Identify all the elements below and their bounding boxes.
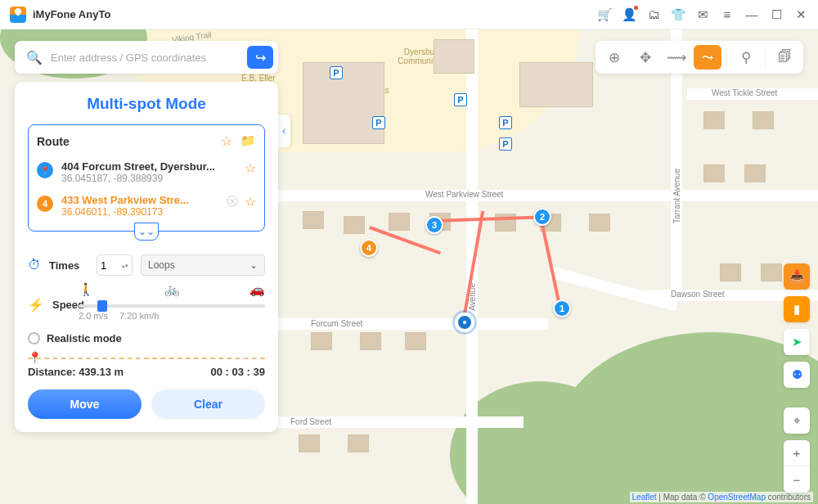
clear-button[interactable]: Clear [151, 389, 265, 419]
toggle-button[interactable]: ⚉ [784, 362, 810, 388]
search-icon: 🔍 [26, 50, 43, 65]
move-button[interactable]: Move [28, 389, 142, 419]
twospot-mode-button[interactable]: ⟿ [663, 45, 690, 70]
zoom-out-button[interactable]: − [784, 466, 810, 493]
speed-ms: 2.0 m/s [79, 311, 108, 321]
maximize-icon[interactable]: ☐ [769, 7, 784, 22]
titlebar: iMyFone AnyTo 🛒 👤 🗂 👕 ✉ ≡ — ☐ ✕ [0, 0, 818, 29]
street-dawson: Dawson Street [671, 290, 725, 299]
cart-icon[interactable]: 🛒 [597, 7, 612, 22]
search-input[interactable] [51, 52, 247, 64]
star-icon[interactable]: ☆ [245, 194, 256, 209]
titlebar-left: iMyFone AnyTo [10, 7, 110, 23]
speed-kmh: 7.20 km/h [119, 311, 159, 321]
car-icon[interactable]: 🚗 [249, 282, 265, 297]
menu-icon[interactable]: ≡ [720, 7, 735, 22]
app-logo [10, 7, 26, 23]
parking-icon: P [330, 66, 343, 79]
expand-route-button[interactable]: ⌄⌄ [134, 223, 159, 241]
search-go-button[interactable]: ↪ [247, 46, 273, 69]
route-coords: 36.045187, -89.388939 [61, 173, 236, 184]
favorites-button[interactable]: ▮ [784, 296, 810, 322]
mail-icon[interactable]: ✉ [695, 7, 710, 22]
realistic-label: Realistic mode [47, 332, 122, 344]
map-attribution: Leaflet | Map data © OpenStreetMap contr… [630, 492, 813, 502]
loops-select[interactable]: Loops⌄ [141, 254, 265, 276]
right-toolbar: 📥 ▮ ➤ ⚉ ⌖ + − [784, 263, 810, 493]
street-forcum: Forcum Street [311, 319, 362, 328]
zoom-controls: + − [784, 440, 810, 493]
titlebar-right: 🛒 👤 🗂 👕 ✉ ≡ — ☐ ✕ [597, 7, 808, 22]
briefcase-icon[interactable]: 🗂 [646, 7, 661, 22]
street-tarrant: Tarrant Avenue [672, 169, 681, 223]
mode-toolbar: ⊕ ✥ ⟿ ⤳ ⚲ 🗐 [596, 41, 803, 74]
route-address: 404 Forcum Street, Dyersbur... [61, 160, 236, 173]
locate-button[interactable]: ⌖ [784, 407, 810, 434]
route-marker-3[interactable]: 3 [425, 216, 443, 234]
route-marker-1[interactable]: 1 [553, 299, 571, 317]
minimize-icon[interactable]: — [744, 7, 759, 22]
speed-icon: ⚡ [28, 297, 44, 313]
walk-icon[interactable]: 🚶 [79, 282, 94, 297]
start-pin-icon: 📍 [37, 162, 53, 178]
timer-icon: ⏱ [28, 258, 41, 272]
parking-icon: P [499, 116, 512, 129]
current-position [455, 313, 474, 332]
route-marker-4[interactable]: 4 [360, 239, 378, 257]
street-tickle: West Tickle Street [712, 88, 777, 97]
dash-line [28, 358, 265, 359]
shirt-icon[interactable]: 👕 [671, 7, 685, 22]
remove-stop-icon[interactable]: ⓧ [227, 195, 238, 209]
route-box: Route ☆ 📁 📍 404 Forcum Street, Dyersbur.… [28, 124, 265, 232]
route-address: 433 West Parkview Stre... [61, 194, 218, 206]
jump-mode-button[interactable]: ⚲ [732, 45, 760, 70]
street-parkview: West Parkview Street [425, 190, 503, 199]
speed-thumb[interactable] [97, 300, 107, 312]
zoom-in-button[interactable]: + [784, 440, 810, 466]
favorite-icon[interactable]: ☆ [221, 133, 232, 149]
collapse-panel-button[interactable]: ‹ [277, 115, 290, 147]
route-marker-2[interactable]: 2 [533, 208, 551, 226]
leaflet-link[interactable]: Leaflet [632, 493, 657, 502]
panel-title: Multi-spot Mode [28, 95, 265, 113]
app-title: iMyFone AnyTo [33, 8, 110, 20]
speed-mode-icons: 🚶 🚲 🚗 [79, 282, 265, 297]
multispot-mode-button[interactable]: ⤳ [694, 45, 721, 70]
parking-icon: P [499, 137, 512, 151]
history-button[interactable]: 📥 [784, 263, 810, 290]
speed-slider[interactable] [79, 304, 265, 308]
street-ford: Ford Street [290, 417, 331, 426]
teleport-mode-button[interactable]: ⊕ [600, 45, 628, 70]
save-route-icon[interactable]: 📁 [240, 133, 256, 149]
osm-link[interactable]: OpenStreetMap [708, 493, 766, 502]
send-button[interactable]: ➤ [784, 329, 810, 355]
parking-icon: P [454, 93, 467, 106]
pin-icon: 📍 [28, 351, 42, 364]
parking-icon: P [372, 116, 385, 129]
route-item[interactable]: 📍 404 Forcum Street, Dyersbur... 36.0451… [37, 155, 256, 189]
user-icon[interactable]: 👤 [622, 7, 636, 22]
times-label: Times [49, 259, 88, 272]
route-item[interactable]: 4 433 West Parkview Stre... 36.046011, -… [37, 189, 256, 223]
close-icon[interactable]: ✕ [793, 7, 808, 22]
stop-pin-icon: 4 [37, 196, 53, 212]
gpx-mode-button[interactable]: 🗐 [771, 45, 798, 70]
realistic-radio[interactable] [28, 332, 40, 344]
duration-value: 00 : 03 : 39 [211, 366, 266, 378]
search-bar: 🔍 ↪ [15, 41, 278, 74]
star-icon[interactable]: ☆ [245, 160, 256, 176]
route-label: Route [37, 135, 70, 148]
route-coords: 36.046011, -89.390173 [61, 206, 218, 218]
times-input[interactable]: 1 ▴▾ [97, 254, 133, 276]
joystick-mode-button[interactable]: ✥ [631, 45, 659, 70]
mode-panel: Multi-spot Mode Route ☆ 📁 📍 404 Forcum S… [15, 82, 278, 432]
distance-label: Distance: 439.13 m [28, 366, 124, 378]
bike-icon[interactable]: 🚲 [164, 282, 180, 297]
